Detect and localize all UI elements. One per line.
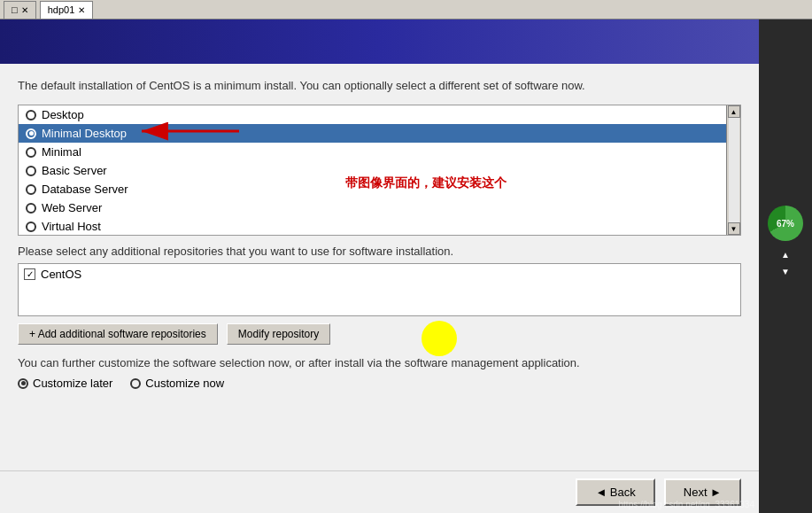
option-database-server[interactable]: Database Server [19, 180, 726, 198]
list-scrollbar[interactable]: ▲ ▼ [726, 105, 740, 235]
software-options: Desktop Minimal Desktop Minimal [19, 105, 740, 236]
customize-now-option[interactable]: Customize now [130, 377, 224, 390]
option-minimal-label: Minimal [42, 145, 81, 159]
radio-row: Customize later Customize now [18, 377, 741, 390]
radio-basic-server [26, 166, 36, 176]
customize-later-label: Customize later [33, 377, 112, 390]
radio-desktop [26, 110, 36, 120]
radio-minimal [26, 147, 36, 158]
option-database-server-label: Database Server [42, 183, 128, 196]
taskbar: □ ✕ hdp01 ✕ [0, 0, 812, 19]
installer-banner [0, 19, 759, 64]
tab2-label: hdp01 [48, 4, 75, 15]
radio-customize-now [130, 378, 141, 389]
buttons-row: + Add additional software repositories M… [18, 323, 741, 345]
radio-database-server [26, 184, 36, 195]
scrollbar-track [729, 118, 739, 222]
installer-panel: 九环大数据 hadoop.aura.cn The default install… [0, 19, 759, 513]
customize-later-option[interactable]: Customize later [18, 377, 112, 390]
url-watermark: https://blog.csdn.net/qq_33361334 [619, 500, 754, 509]
repos-label: Please select any additional repositorie… [18, 245, 741, 258]
progress-circle: 67% [768, 206, 803, 241]
option-desktop[interactable]: Desktop [19, 105, 726, 124]
main-area: 九环大数据 hadoop.aura.cn The default install… [0, 19, 812, 513]
radio-inner [29, 131, 34, 136]
radio-minimal-desktop [26, 128, 36, 139]
software-list-wrapper: Desktop Minimal Desktop Minimal [18, 105, 741, 236]
software-list[interactable]: Desktop Minimal Desktop Minimal [18, 105, 741, 236]
tab2-close[interactable]: ✕ [78, 5, 85, 15]
radio-web-server [26, 203, 36, 214]
add-repo-button[interactable]: + Add additional software repositories [18, 323, 218, 345]
option-virtual-host-label: Virtual Host [42, 220, 101, 233]
option-minimal-desktop-label: Minimal Desktop [42, 127, 127, 140]
scrollbar-down[interactable]: ▼ [728, 222, 740, 235]
repo-centos[interactable]: ✓ CentOS [24, 268, 735, 281]
customize-label: You can further customize the software s… [18, 355, 741, 371]
repos-box: ✓ CentOS [18, 263, 741, 316]
option-minimal[interactable]: Minimal [19, 143, 726, 161]
option-web-server[interactable]: Web Server [19, 198, 726, 217]
radio-virtual-host [26, 222, 36, 232]
tab1-label: □ [12, 4, 18, 15]
option-basic-server[interactable]: Basic Server [19, 161, 726, 180]
scrollbar-up[interactable]: ▲ [728, 105, 740, 118]
option-desktop-label: Desktop [42, 108, 84, 121]
installer-content: The default installation of CentOS is a … [0, 64, 759, 470]
taskbar-tab-2[interactable]: hdp01 ✕ [40, 1, 94, 19]
modify-repo-button[interactable]: Modify repository [227, 323, 330, 345]
taskbar-tab-1[interactable]: □ ✕ [4, 1, 36, 19]
right-sidebar: 67% ▲ ▼ [759, 19, 812, 513]
customize-section: You can further customize the software s… [18, 355, 741, 390]
option-web-server-label: Web Server [42, 201, 102, 214]
centos-checkbox[interactable]: ✓ [24, 268, 35, 280]
radio-inner-later [21, 381, 26, 385]
up-arrow: ▲ [781, 250, 790, 260]
option-minimal-desktop[interactable]: Minimal Desktop [19, 124, 726, 143]
customize-now-label: Customize now [145, 377, 224, 390]
radio-customize-later [18, 378, 28, 389]
option-virtual-host[interactable]: Virtual Host [19, 217, 726, 236]
centos-label: CentOS [41, 268, 81, 281]
down-arrow: ▼ [781, 267, 790, 276]
option-basic-server-label: Basic Server [42, 164, 107, 177]
description-text: The default installation of CentOS is a … [18, 78, 741, 94]
tab1-close[interactable]: ✕ [21, 5, 28, 15]
